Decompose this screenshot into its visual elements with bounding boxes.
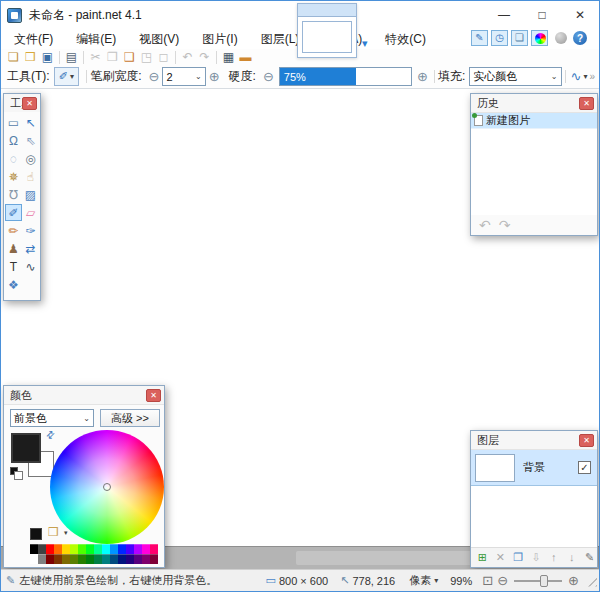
tool-shapes[interactable]: ❖ xyxy=(5,276,22,293)
palette-swatch[interactable] xyxy=(62,544,70,554)
palette-swatch[interactable] xyxy=(38,544,46,554)
undo-button[interactable]: ↶ xyxy=(179,50,196,65)
close-icon[interactable]: ✕ xyxy=(146,389,161,402)
palette-swatch[interactable] xyxy=(78,554,86,564)
cut-button[interactable]: ✂ xyxy=(87,50,104,65)
maximize-button[interactable]: □ xyxy=(523,1,561,29)
zoom-out-button[interactable]: ⊖ xyxy=(497,573,508,588)
palette-swatch[interactable] xyxy=(118,544,126,554)
tool-zoom[interactable]: ◎ xyxy=(22,150,39,167)
tool-eraser[interactable]: ▱ xyxy=(22,204,39,221)
tool-gradient[interactable]: ▨ xyxy=(22,186,39,203)
toolbar-overflow-button[interactable]: » xyxy=(589,71,595,82)
close-icon[interactable]: ✕ xyxy=(579,97,594,110)
brush-width-decrease-button[interactable]: ⊖ xyxy=(149,70,160,83)
hardness-increase-button[interactable]: ⊕ xyxy=(417,70,428,83)
delete-layer-button[interactable]: ✕ xyxy=(493,550,508,565)
menu-edit[interactable]: 编辑(E) xyxy=(67,29,125,50)
tool-pan[interactable]: ☝ xyxy=(22,168,39,185)
zoom-slider-thumb[interactable] xyxy=(540,575,548,587)
new-button[interactable]: ❏ xyxy=(5,50,22,65)
tool-move-selected-pixels[interactable]: ↖ xyxy=(22,114,39,131)
palette-swatch[interactable] xyxy=(150,554,158,564)
advanced-button[interactable]: 高级 >> xyxy=(100,409,160,427)
palette-swatch[interactable] xyxy=(102,554,110,564)
toggle-colors-panel[interactable] xyxy=(531,30,548,46)
palette-swatch[interactable] xyxy=(54,544,62,554)
palette-swatch[interactable] xyxy=(70,554,78,564)
palette-swatch[interactable] xyxy=(78,544,86,554)
palette-swatch[interactable] xyxy=(38,554,46,564)
tool-pencil[interactable]: ✏ xyxy=(5,222,22,239)
layer-properties-button[interactable]: ✎ xyxy=(582,550,597,565)
crop-button[interactable]: ◳ xyxy=(138,50,155,65)
palette-swatch[interactable] xyxy=(142,554,150,564)
tool-paint-bucket[interactable]: ℧ xyxy=(5,186,22,203)
chevron-down-icon[interactable]: ▾ xyxy=(64,529,68,537)
brush-width-increase-button[interactable]: ⊕ xyxy=(209,70,220,83)
history-redo-icon[interactable]: ↷ xyxy=(499,218,511,232)
duplicate-layer-button[interactable]: ❐ xyxy=(511,550,526,565)
fit-to-window-button[interactable]: ⊡ xyxy=(482,573,493,588)
ruler-button[interactable]: ▬ xyxy=(237,50,254,65)
palette-swatch[interactable] xyxy=(134,554,142,564)
palette-swatch[interactable] xyxy=(70,544,78,554)
merge-layer-down-button[interactable]: ⇩ xyxy=(529,550,544,565)
palette-swatch[interactable] xyxy=(102,544,110,554)
move-layer-down-button[interactable]: ↓ xyxy=(564,550,579,565)
toggle-layers-panel[interactable]: ❏ xyxy=(511,30,528,46)
menu-file[interactable]: 文件(F) xyxy=(5,29,62,50)
image-list-dropdown-icon[interactable]: ▾ xyxy=(362,37,368,50)
layer-visibility-checkbox[interactable]: ✓ xyxy=(578,461,591,474)
color-wheel-cursor[interactable] xyxy=(103,483,111,491)
swap-colors-icon[interactable]: ⇄ xyxy=(43,428,57,442)
resize-grip[interactable] xyxy=(585,575,597,587)
hardness-decrease-button[interactable]: ⊖ xyxy=(263,70,274,83)
deselect-button[interactable]: ◻ xyxy=(155,50,172,65)
close-button[interactable]: ✕ xyxy=(561,1,599,29)
menu-image[interactable]: 图片(I) xyxy=(193,29,246,50)
foreground-color-swatch[interactable] xyxy=(11,433,41,463)
save-button[interactable]: ▣ xyxy=(39,50,56,65)
palette-swatch[interactable] xyxy=(54,554,62,564)
tool-color-picker[interactable]: ✑ xyxy=(22,222,39,239)
color-wheel[interactable] xyxy=(50,430,164,544)
tool-move-selection[interactable]: ⇖ xyxy=(22,132,39,149)
color-mode-combo[interactable]: 前景色 ⌄ xyxy=(10,409,94,427)
tools-panel-header[interactable]: 工具 ✕ xyxy=(4,94,40,112)
move-layer-up-button[interactable]: ↑ xyxy=(546,550,561,565)
palette-icon[interactable]: ❒ xyxy=(48,525,59,539)
tool-magic-wand[interactable]: ✵ xyxy=(5,168,22,185)
palette-swatch[interactable] xyxy=(86,554,94,564)
copy-button[interactable]: ❐ xyxy=(104,50,121,65)
palette-swatch[interactable] xyxy=(30,554,38,564)
help-button[interactable]: ? xyxy=(573,31,587,45)
current-tool-button[interactable]: ✐ ▾ xyxy=(54,67,80,86)
menu-effects[interactable]: 特效(C) xyxy=(376,29,435,50)
fill-style-combo[interactable]: 实心颜色 ⌄ xyxy=(469,67,561,86)
colors-panel-header[interactable]: 颜色 ✕ xyxy=(4,386,164,404)
palette-swatch[interactable] xyxy=(94,554,102,564)
history-undo-icon[interactable]: ↶ xyxy=(479,218,491,232)
antialiasing-button[interactable]: ∿ ▾ xyxy=(571,69,588,84)
close-icon[interactable]: ✕ xyxy=(579,434,594,447)
tool-ellipse-select[interactable]: ◌ xyxy=(5,150,22,167)
reset-colors-icon[interactable] xyxy=(10,467,18,475)
palette-swatch[interactable] xyxy=(46,544,54,554)
minimize-button[interactable]: — xyxy=(485,1,523,29)
tool-line-curve[interactable]: ∿ xyxy=(22,258,39,275)
layer-row[interactable]: 背景 ✓ xyxy=(471,450,597,486)
history-item[interactable]: 新建图片 xyxy=(471,113,597,129)
grid-button[interactable]: ▦ xyxy=(220,50,237,65)
palette-swatch[interactable] xyxy=(150,544,158,554)
redo-button[interactable]: ↷ xyxy=(196,50,213,65)
toggle-tools-panel[interactable]: ✎ xyxy=(471,30,488,46)
open-button[interactable]: ❒ xyxy=(22,50,39,65)
palette-swatch[interactable] xyxy=(134,544,142,554)
hardness-slider[interactable]: 75% xyxy=(279,67,412,86)
toggle-history-panel[interactable]: ◷ xyxy=(491,30,508,46)
palette-swatch[interactable] xyxy=(86,544,94,554)
menu-view[interactable]: 视图(V) xyxy=(130,29,188,50)
tool-paintbrush[interactable]: ✐ xyxy=(5,204,22,221)
palette-swatch[interactable] xyxy=(30,544,38,554)
